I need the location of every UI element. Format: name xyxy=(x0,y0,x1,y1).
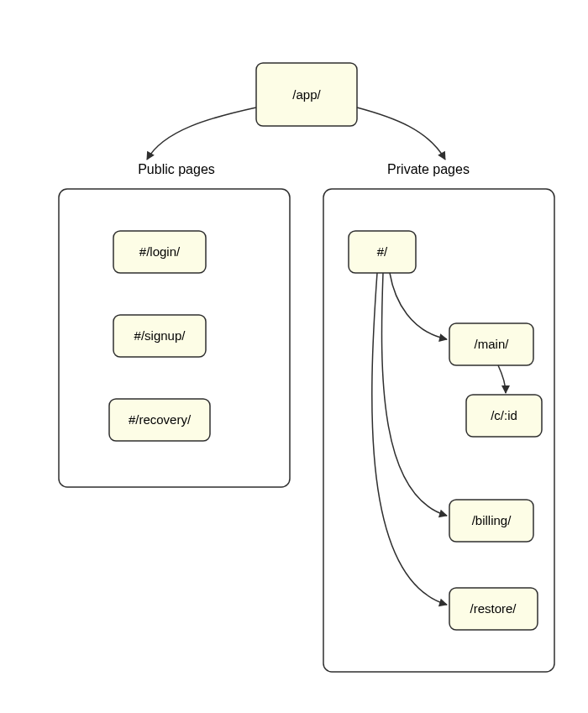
node-recovery-label: #/recovery/ xyxy=(129,412,192,427)
node-signup: #/signup/ xyxy=(113,315,206,357)
edge-root-to-public xyxy=(147,107,256,160)
edge-root-to-private xyxy=(357,107,445,160)
section-title-private: Private pages xyxy=(387,162,470,176)
node-billing: /billing/ xyxy=(449,500,533,542)
node-recovery: #/recovery/ xyxy=(109,399,210,441)
node-main: /main/ xyxy=(449,323,533,365)
node-main-label: /main/ xyxy=(475,337,510,351)
node-private-root-label: #/ xyxy=(377,244,388,259)
section-title-public: Public pages xyxy=(138,162,215,176)
edge-priv-root-to-restore xyxy=(372,273,447,605)
node-app-root-label: /app/ xyxy=(292,87,321,102)
node-login: #/login/ xyxy=(113,231,206,273)
node-c-id: /c/:id xyxy=(466,395,542,437)
node-app-root: /app/ xyxy=(256,63,357,126)
node-private-root: #/ xyxy=(349,231,416,273)
edge-priv-root-to-billing xyxy=(381,273,447,516)
node-restore: /restore/ xyxy=(449,588,538,630)
node-c-id-label: /c/:id xyxy=(491,408,517,422)
node-billing-label: /billing/ xyxy=(472,513,512,527)
routing-diagram: /app/ Public pages Private pages #/login… xyxy=(0,0,588,713)
edge-main-to-cid xyxy=(498,365,506,393)
node-signup-label: #/signup/ xyxy=(134,328,186,343)
node-restore-label: /restore/ xyxy=(470,601,517,616)
node-login-label: #/login/ xyxy=(139,244,181,259)
edge-priv-root-to-main xyxy=(390,273,447,339)
